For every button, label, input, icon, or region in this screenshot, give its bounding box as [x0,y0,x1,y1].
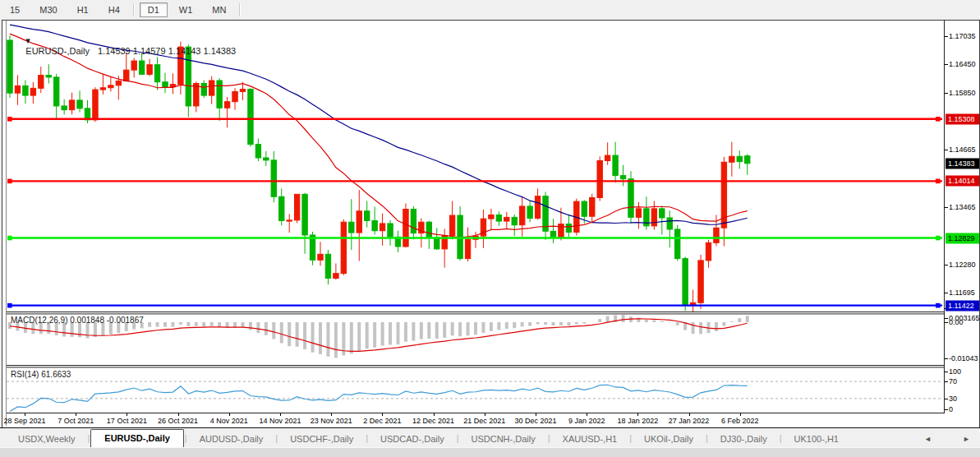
candle [93,90,98,120]
candle [365,211,370,221]
date-axis-tick-mark [637,413,638,416]
tab-usdx-weekly[interactable]: USDX,Weekly [7,431,86,448]
date-axis-label: 17 Oct 2021 [107,417,147,425]
price-tag-current: 1.14383 [945,158,979,168]
tab-usdchf-daily[interactable]: USDCHF-,Daily [278,431,365,448]
level-handle-right[interactable] [936,303,941,308]
ohlc-low: 1.14143 [168,46,201,56]
candle [62,106,67,110]
date-axis-tick-mark [25,413,25,416]
candle [248,90,253,145]
tab-usdcad-daily[interactable]: USDCAD-,Daily [369,431,456,448]
candle [449,215,454,236]
price-tag-resistance-upper: 1.15308 [945,113,979,124]
date-axis-tick-mark [178,413,179,416]
timeframe-button-d1[interactable]: D1 [140,2,168,17]
tab-scroll-right-arrow[interactable]: ► [963,435,970,443]
level-handle-right[interactable] [936,236,941,241]
candle [372,220,377,230]
chart-canvas[interactable] [7,21,944,413]
date-axis-tick-mark [536,413,536,416]
chart-window: ▾ EURUSD-,Daily1.14539 1.14579 1.14143 1… [2,20,980,428]
candle [590,197,595,216]
candle [357,211,361,233]
candle [302,194,307,235]
macd-axis-tick-mark [945,322,948,323]
date-axis-label: 30 Dec 2021 [514,417,556,425]
candle [496,215,501,221]
candle [597,160,602,197]
tab-xauusd-h1[interactable]: XAUUSD-,H1 [551,431,629,448]
level-handle-left[interactable] [7,179,12,184]
tab-eurusd-daily[interactable]: EURUSD-,Daily [90,429,183,448]
level-handle-right[interactable] [936,179,941,184]
candle [504,217,509,221]
candle [620,176,625,179]
macd-indicator-label: MACD(12,26,9) 0.001848 -0.001867 [11,316,144,325]
timeframe-button-h1[interactable]: H1 [69,2,97,17]
candle [435,238,439,249]
rsi-axis-tick-label: 70 [949,377,957,385]
date-axis-tick-mark [485,413,485,416]
level-handle-left[interactable] [7,303,12,308]
candle [729,156,734,162]
candle [294,194,299,220]
price-axis-tick-label: 1.16450 [949,60,976,68]
candle [690,302,695,304]
tab-scroll-left-arrow[interactable]: ◄ [924,435,932,443]
candles-layer [7,35,750,316]
candle [512,217,517,224]
price-axis-tick-mark [945,36,948,37]
tab-uk100-h1[interactable]: UK100-,H1 [783,431,850,448]
candle [426,222,431,238]
timeframe-toolbar: 15M30H1H4D1W1MN [0,0,980,19]
date-axis-tick-mark [434,413,435,416]
timeframe-button-m30[interactable]: M30 [31,2,65,17]
tab-dj30-daily[interactable]: DJ30-,Daily [709,431,779,448]
candle [737,156,742,161]
candle [403,209,408,247]
candle [209,81,214,95]
candle [271,160,276,196]
main-price-pane [7,25,942,316]
chart-dropdown-icon[interactable]: ▾ [25,35,30,45]
tab-usdcnh-daily[interactable]: USDCNH-,Daily [460,431,547,448]
chart-title: ▾ EURUSD-,Daily1.14539 1.14579 1.14143 1… [11,25,236,66]
candle [527,206,532,219]
tab-audusd-daily[interactable]: AUDUSD-,Daily [188,431,275,448]
candle [535,196,540,219]
level-handle-left[interactable] [7,117,12,122]
candle [465,239,470,258]
macd-value-main: 0.001848 [70,316,104,325]
tab-ukoil-daily[interactable]: UKOil-,Daily [633,431,705,448]
candle [489,215,494,219]
candle [745,156,750,164]
price-tag-support-blue: 1.11422 [945,300,979,311]
candle [380,224,384,231]
date-axis-tick-mark [331,413,332,416]
candle [279,196,284,220]
price-axis-tick-label: 1.17035 [949,32,976,40]
price-axis-tick-label: 1.14665 [949,145,976,154]
timeframe-button-w1[interactable]: W1 [171,2,201,17]
date-axis: 28 Sep 20217 Oct 202117 Oct 202126 Oct 2… [7,413,944,427]
rsi-name: RSI(14) [11,370,39,379]
candle [77,100,82,108]
toolbar-separator [133,3,135,16]
timeframe-button-15[interactable]: 15 [2,2,28,17]
level-handle-left[interactable] [7,236,12,241]
candle [224,102,229,108]
date-axis-tick-mark [740,413,741,416]
candle [706,242,711,261]
date-axis-label: 26 Oct 2021 [158,417,198,425]
candle [341,222,346,273]
date-axis-tick-mark [587,413,587,416]
timeframe-button-h4[interactable]: H4 [100,2,128,17]
level-handle-right[interactable] [936,117,941,122]
timeframe-button-mn[interactable]: MN [204,2,234,17]
candle [232,91,237,101]
candle [30,88,35,95]
date-axis-label: 6 Feb 2022 [721,417,759,425]
ohlc-close: 1.14383 [203,46,236,56]
rsi-value: 61.6633 [41,370,71,379]
